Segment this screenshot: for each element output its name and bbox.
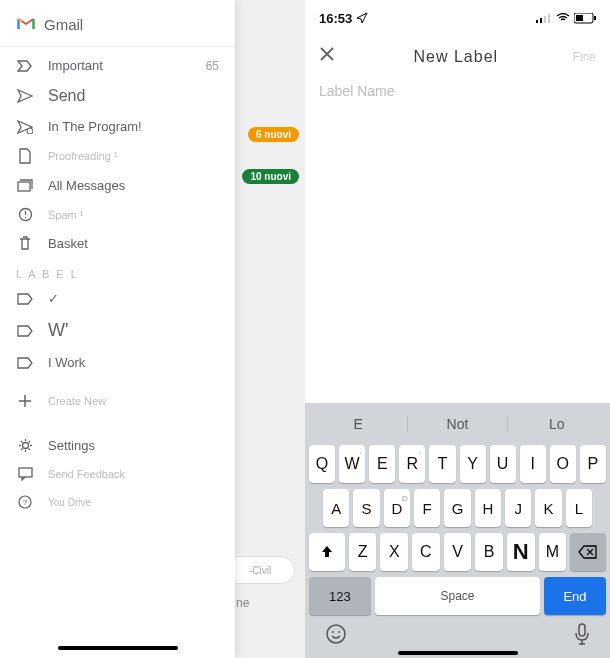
nav-proofreading[interactable]: Proofreading ¹ — [0, 141, 235, 171]
right-screen: 16:53 New Label Fine E Not Lo Q W' E R' … — [305, 0, 610, 658]
svg-point-16 — [327, 625, 345, 643]
key-l[interactable]: L — [566, 489, 592, 527]
svg-point-5 — [22, 443, 28, 449]
key-row-1: Q W' E R' T Y U I O P — [309, 445, 606, 483]
file-icon — [16, 148, 34, 164]
important-icon — [16, 60, 34, 72]
home-indicator[interactable] — [58, 646, 178, 650]
key-space[interactable]: Space — [375, 577, 540, 615]
battery-icon — [574, 13, 596, 24]
suggestion[interactable]: Not — [408, 416, 507, 432]
key-s[interactable]: S — [353, 489, 379, 527]
gmail-title: Gmail — [44, 16, 83, 33]
key-symbols[interactable]: 123 — [309, 577, 371, 615]
emoji-icon — [325, 623, 347, 645]
key-w[interactable]: W' — [339, 445, 365, 483]
key-j[interactable]: J — [505, 489, 531, 527]
key-x[interactable]: X — [380, 533, 408, 571]
badge-new-orange: 6 nuovi — [248, 127, 299, 142]
nav-label-check[interactable]: ✓ — [0, 284, 235, 313]
nav-important[interactable]: Important 65 — [0, 51, 235, 80]
status-bar: 16:53 — [305, 0, 610, 32]
key-v[interactable]: V — [444, 533, 472, 571]
location-icon — [356, 12, 368, 24]
label-icon — [16, 357, 34, 369]
suggestion[interactable]: Lo — [508, 416, 606, 432]
svg-rect-6 — [19, 468, 32, 477]
label-icon — [16, 293, 34, 305]
svg-rect-1 — [18, 182, 30, 191]
home-indicator[interactable] — [398, 651, 518, 655]
key-r[interactable]: R' — [399, 445, 425, 483]
svg-rect-14 — [576, 15, 583, 21]
keyboard-bottom — [309, 615, 606, 650]
nav-spam[interactable]: Spam ¹ — [0, 200, 235, 229]
gmail-logo-icon — [16, 14, 36, 34]
key-p[interactable]: P — [580, 445, 606, 483]
nav-drive[interactable]: ? You Drive — [0, 488, 235, 516]
backspace-icon — [578, 545, 598, 559]
key-i[interactable]: I — [520, 445, 546, 483]
nav-label: Send — [48, 87, 219, 105]
key-o[interactable]: O — [550, 445, 576, 483]
svg-point-0 — [27, 128, 33, 134]
done-button[interactable]: Fine — [573, 50, 596, 64]
key-y[interactable]: Y — [460, 445, 486, 483]
key-u[interactable]: U — [490, 445, 516, 483]
label-icon — [16, 325, 34, 337]
nav-label: I Work — [48, 355, 219, 370]
label-name-input[interactable] — [305, 77, 610, 105]
nav-label: Spam ¹ — [48, 209, 219, 221]
key-t[interactable]: T — [429, 445, 455, 483]
key-k[interactable]: K — [535, 489, 561, 527]
suggestion[interactable]: E — [309, 416, 408, 432]
key-shift[interactable] — [309, 533, 345, 571]
nav-settings[interactable]: Settings — [0, 431, 235, 460]
svg-rect-9 — [536, 20, 538, 23]
trash-icon — [16, 236, 34, 251]
gmail-header: Gmail — [0, 0, 235, 47]
nav-label: Important — [48, 58, 192, 73]
section-label: L A B E L — [0, 258, 235, 284]
key-m[interactable]: M — [539, 533, 567, 571]
background-text: ne — [236, 596, 249, 610]
key-h[interactable]: H — [475, 489, 501, 527]
key-e[interactable]: E — [369, 445, 395, 483]
gmail-sidebar: Gmail Important 65 Send In The P — [0, 0, 235, 658]
key-q[interactable]: Q — [309, 445, 335, 483]
key-d[interactable]: DD — [384, 489, 410, 527]
signal-icon — [536, 13, 552, 23]
nav-feedback[interactable]: Send Feedback — [0, 460, 235, 488]
nav-inprogram[interactable]: In The Program! — [0, 112, 235, 141]
key-g[interactable]: G — [444, 489, 470, 527]
svg-rect-10 — [540, 18, 542, 23]
key-z[interactable]: Z — [349, 533, 377, 571]
background-pill: -Civil — [225, 556, 295, 584]
key-a[interactable]: A — [323, 489, 349, 527]
new-label-header: New Label Fine — [305, 32, 610, 77]
key-b[interactable]: B — [475, 533, 503, 571]
suggestion-row: E Not Lo — [309, 409, 606, 439]
emoji-button[interactable] — [325, 623, 347, 650]
key-row-2: A S DD F G H J K L — [309, 489, 606, 527]
status-time: 16:53 — [319, 11, 352, 26]
nav-label: You Drive — [48, 497, 219, 508]
nav-allmessages[interactable]: All Messages — [0, 171, 235, 200]
nav-label-w[interactable]: W' — [0, 313, 235, 348]
nav-label-work[interactable]: I Work — [0, 348, 235, 377]
nav-label: Basket — [48, 236, 219, 251]
nav-send[interactable]: Send — [0, 80, 235, 112]
mic-button[interactable] — [574, 623, 590, 650]
key-c[interactable]: C — [412, 533, 440, 571]
key-f[interactable]: F — [414, 489, 440, 527]
close-button[interactable] — [319, 46, 339, 67]
badge-new-green: 10 nuovi — [242, 169, 299, 184]
key-backspace[interactable] — [570, 533, 606, 571]
key-enter[interactable]: End — [544, 577, 606, 615]
nav-label: W' — [48, 320, 219, 341]
key-n[interactable]: N — [507, 533, 535, 571]
feedback-icon — [16, 467, 34, 481]
nav-create-label[interactable]: Create New — [0, 387, 235, 415]
send-icon — [16, 89, 34, 103]
nav-basket[interactable]: Basket — [0, 229, 235, 258]
